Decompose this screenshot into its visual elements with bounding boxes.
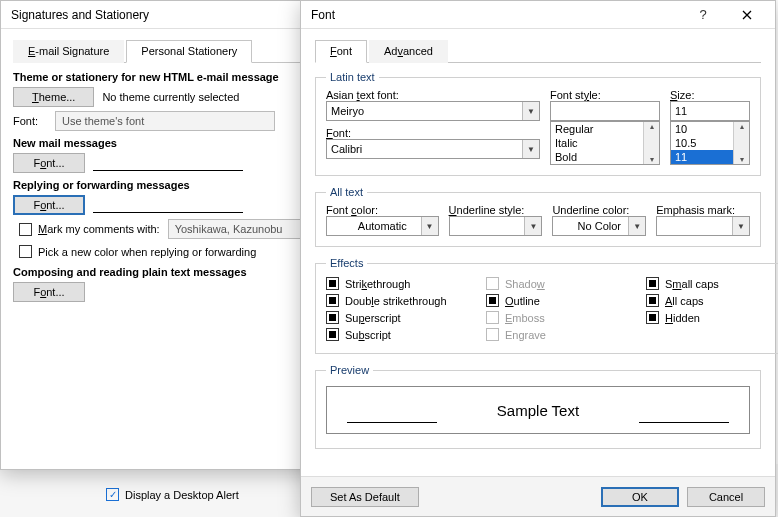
font-window: Font ? Font Advanced Latin text Asian te…: [300, 0, 776, 517]
ok-button[interactable]: OK: [601, 487, 679, 507]
double-strike-checkbox[interactable]: Double strikethrough: [326, 294, 486, 307]
effects-legend: Effects: [326, 257, 367, 269]
checkbox-filled-icon: [646, 277, 659, 290]
font-titlebar: Font ?: [301, 1, 775, 29]
tab-personal-stationery[interactable]: Personal Stationery: [126, 40, 252, 63]
cancel-button[interactable]: Cancel: [687, 487, 765, 507]
size-label: Size:: [670, 89, 750, 101]
checkbox-icon: [19, 245, 32, 258]
preview-underline-right: [639, 422, 729, 423]
close-button[interactable]: [725, 1, 769, 29]
preview-legend: Preview: [326, 364, 373, 376]
checkbox-checked-icon: ✓: [106, 488, 119, 501]
shadow-checkbox: Shadow: [486, 277, 646, 290]
underline-color-label: Underline color:: [552, 204, 646, 216]
preview-group: Preview Sample Text: [315, 364, 761, 449]
checkbox-icon: [19, 223, 32, 236]
effects-group: Effects Strikethrough Double strikethrou…: [315, 257, 778, 354]
set-default-button[interactable]: Set As Default: [311, 487, 419, 507]
chevron-down-icon: ▼: [522, 102, 539, 120]
outline-checkbox[interactable]: Outline: [486, 294, 646, 307]
emphasis-mark-label: Emphasis mark:: [656, 204, 750, 216]
chevron-down-icon: ▼: [421, 217, 438, 235]
tab-email-signature[interactable]: E-mail Signature: [13, 40, 124, 63]
latin-text-legend: Latin text: [326, 71, 379, 83]
superscript-checkbox[interactable]: Superscript: [326, 311, 486, 324]
tab-font[interactable]: Font: [315, 40, 367, 63]
font-label: Font:: [13, 115, 47, 127]
checkbox-filled-icon: [646, 294, 659, 307]
asian-font-select[interactable]: Meiryo ▼: [326, 101, 540, 121]
preview-text: Sample Text: [497, 402, 579, 419]
underline-style-select[interactable]: ▼: [449, 216, 543, 236]
checkbox-filled-icon: [326, 328, 339, 341]
reply-sample: [93, 197, 243, 213]
font-style-label: Font style:: [550, 89, 660, 101]
latin-font-select[interactable]: Calibri ▼: [326, 139, 540, 159]
font-footer: Set As Default OK Cancel: [301, 476, 775, 516]
new-mail-sample: [93, 155, 243, 171]
checkbox-filled-icon: [646, 311, 659, 324]
chevron-down-icon: ▼: [732, 217, 749, 235]
font-style-input[interactable]: [550, 101, 660, 121]
allcaps-checkbox[interactable]: All caps: [646, 294, 778, 307]
underline-style-label: Underline style:: [449, 204, 543, 216]
no-theme-text: No theme currently selected: [102, 91, 239, 103]
emboss-checkbox: Emboss: [486, 311, 646, 324]
font-color-label: Font color:: [326, 204, 439, 216]
scrollbar[interactable]: ▴▾: [733, 122, 749, 164]
all-text-group: All text Font color: Automatic ▼ Underli…: [315, 186, 761, 247]
checkbox-filled-icon: [486, 294, 499, 307]
tab-advanced[interactable]: Advanced: [369, 40, 448, 63]
chevron-down-icon: ▼: [522, 140, 539, 158]
font-button-new[interactable]: Font...: [13, 153, 85, 173]
checkbox-icon: [486, 311, 499, 324]
checkbox-filled-icon: [326, 294, 339, 307]
checkbox-filled-icon: [326, 311, 339, 324]
desktop-alert-option[interactable]: ✓ Display a Desktop Alert: [106, 488, 239, 501]
asian-font-label: Asian text font:: [326, 89, 540, 101]
emphasis-mark-select[interactable]: ▼: [656, 216, 750, 236]
size-list[interactable]: 10 10.5 11 ▴▾: [670, 121, 750, 165]
strikethrough-checkbox[interactable]: Strikethrough: [326, 277, 486, 290]
chevron-down-icon: ▼: [524, 217, 541, 235]
size-input[interactable]: 11: [670, 101, 750, 121]
checkbox-filled-icon: [326, 277, 339, 290]
hidden-checkbox[interactable]: Hidden: [646, 311, 778, 324]
help-button[interactable]: ?: [681, 1, 725, 29]
font-window-title: Font: [311, 8, 681, 22]
preview-box: Sample Text: [326, 386, 750, 434]
scrollbar[interactable]: ▴▾: [643, 122, 659, 164]
smallcaps-checkbox[interactable]: Small caps: [646, 277, 778, 290]
subscript-checkbox[interactable]: Subscript: [326, 328, 486, 341]
chevron-down-icon: ▼: [628, 217, 645, 235]
desktop-alert-label: Display a Desktop Alert: [125, 489, 239, 501]
mark-comments-checkbox[interactable]: Mark my comments with:: [19, 223, 160, 236]
font-button-reply[interactable]: Font...: [13, 195, 85, 215]
engrave-checkbox: Engrave: [486, 328, 646, 341]
checkbox-icon: [486, 328, 499, 341]
preview-underline-left: [347, 422, 437, 423]
font-button-plain[interactable]: Font...: [13, 282, 85, 302]
mark-comments-value: Yoshikawa, Kazunobu: [168, 219, 318, 239]
latin-text-group: Latin text Asian text font: Meiryo ▼ Fon…: [315, 71, 761, 176]
checkbox-icon: [486, 277, 499, 290]
close-icon: [742, 10, 752, 20]
font-label2: Font:: [326, 127, 540, 139]
underline-color-select[interactable]: No Color ▼: [552, 216, 646, 236]
pick-color-checkbox[interactable]: Pick a new color when replying or forwar…: [19, 245, 256, 258]
theme-button[interactable]: Theme...: [13, 87, 94, 107]
font-color-select[interactable]: Automatic ▼: [326, 216, 439, 236]
theme-font-select: Use theme's font: [55, 111, 275, 131]
font-tabs: Font Advanced: [315, 39, 761, 63]
all-text-legend: All text: [326, 186, 367, 198]
font-style-list[interactable]: Regular Italic Bold ▴▾: [550, 121, 660, 165]
